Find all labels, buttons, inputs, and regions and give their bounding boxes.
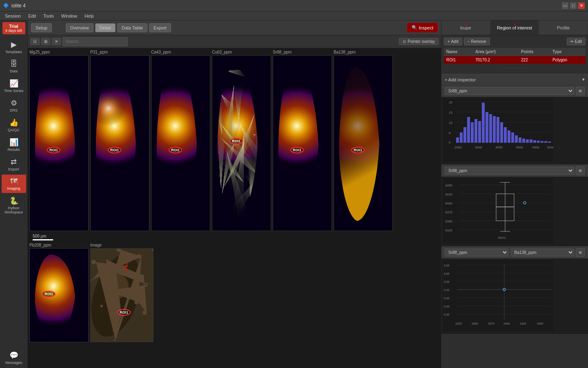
close-button[interactable]: ✕: [578, 2, 585, 9]
inspector-menu-btn-3[interactable]: ≡: [576, 248, 585, 257]
image-cell-p31: P31_ppm ROI1: [90, 50, 149, 231]
images-container: Mg25_ppm ROI1 P31_ppm ROI1: [28, 48, 441, 368]
python-icon: 🐍: [9, 196, 18, 205]
roi-edit-button[interactable]: ✏ Edit: [567, 38, 586, 45]
sr88-label: Sr88_ppm: [273, 50, 332, 54]
svg-text:3325: 3325: [455, 322, 462, 325]
sidebar-item-results[interactable]: 📊 Results: [2, 135, 26, 154]
sidebar-label-drs: DRS: [10, 108, 18, 112]
sidebar-item-qaqc[interactable]: 👍 QA/QC: [2, 116, 26, 135]
sidebar-item-messages[interactable]: 💬 Messages: [2, 348, 26, 367]
cu63-heatmap[interactable]: ROI1: [212, 55, 271, 231]
svg-rect-33: [541, 141, 543, 143]
svg-text:4000: 4000: [516, 146, 523, 149]
roi-remove-button[interactable]: − Remove: [464, 38, 490, 45]
svg-text:3375: 3375: [488, 322, 494, 325]
tab-loupe[interactable]: ↓ loupe: [441, 20, 490, 35]
pb208-label: Pb208_ppm: [29, 243, 89, 247]
ca43-roi-label[interactable]: ROI1: [169, 147, 182, 153]
ca43-label: Ca43_ppm: [151, 50, 210, 54]
roi-table: Name Area (μm²) Points Type ROI1 70170.2…: [444, 48, 586, 64]
search-input[interactable]: [62, 37, 128, 46]
roi-area: 70170.2: [473, 56, 519, 64]
table-row[interactable]: ROI1 70170.2 222 Polygon: [444, 56, 586, 64]
menu-tools[interactable]: Tools: [40, 13, 57, 19]
svg-rect-27: [519, 137, 521, 143]
detail-button[interactable]: Detail: [95, 23, 116, 32]
inspect-button[interactable]: 🔍 Inspect: [407, 23, 438, 32]
grid-btn[interactable]: ⊞: [41, 38, 50, 45]
inspector-select-2[interactable]: Sr88_ppm: [445, 167, 574, 175]
trial-label: Trial: [5, 24, 23, 29]
roi-add-button[interactable]: + Add: [444, 38, 462, 45]
setup-button[interactable]: Setup: [31, 23, 52, 32]
overview-button[interactable]: Overview: [66, 23, 94, 32]
sr88-roi-label[interactable]: ROI1: [290, 147, 304, 153]
sr88-heatmap[interactable]: ROI1: [273, 55, 332, 231]
export-toolbar-button[interactable]: Export: [149, 23, 171, 32]
image-cell-photo: Image ↓ ROI1: [90, 243, 154, 342]
add-inspector-bar[interactable]: + Add inspector ▾: [441, 74, 588, 85]
mg25-label: Mg25_ppm: [29, 50, 89, 54]
sidebar-item-imaging[interactable]: 🗺 Imaging: [2, 175, 26, 193]
maximize-button[interactable]: □: [570, 2, 577, 9]
add-inspector-button[interactable]: + Add inspector: [445, 77, 476, 82]
sidebar-item-timeseries[interactable]: 📈 Time Series: [2, 76, 26, 95]
app-icon: 🔷: [3, 3, 9, 8]
pointer-overlay-button[interactable]: ⊙ Pointer overlay: [399, 38, 439, 45]
menu-session[interactable]: Session: [2, 13, 24, 19]
sidebar-item-drs[interactable]: ⚙ DRS: [2, 96, 26, 115]
inspector-menu-btn-2[interactable]: ≡: [576, 166, 585, 175]
titlebar-controls[interactable]: — □ ✕: [562, 2, 585, 9]
sidebar-item-templates[interactable]: ▶ Templates: [2, 38, 26, 56]
pb208-roi-label[interactable]: ROI1: [42, 291, 56, 297]
roi-toolbar: + Add − Remove ✏ Edit: [444, 38, 586, 45]
tab-profile[interactable]: Profile: [539, 20, 588, 35]
menu-window[interactable]: Window: [58, 13, 80, 19]
tab-roi[interactable]: ↓ Region of interest: [490, 20, 539, 35]
ca43-heatmap[interactable]: ROI1: [151, 55, 210, 231]
inspector-select-3y[interactable]: Ba138_ppm: [511, 249, 575, 256]
image-cell-pb208: Pb208_ppm ROI1: [29, 243, 89, 342]
inspector-header-2: Sr88_ppm ≡: [441, 165, 588, 177]
minimize-button[interactable]: —: [562, 2, 568, 9]
p31-roi-label[interactable]: ROI1: [108, 147, 121, 153]
svg-text:ROI1: ROI1: [498, 236, 506, 240]
sidebar-item-export[interactable]: ⇄ Export: [2, 155, 26, 174]
svg-text:3500: 3500: [495, 146, 503, 149]
svg-rect-32: [537, 141, 540, 143]
svg-text:2500: 2500: [454, 146, 462, 149]
data-table-button[interactable]: Data Table: [117, 23, 147, 32]
mg25-roi-label[interactable]: ROI1: [47, 147, 60, 153]
svg-rect-11: [460, 132, 463, 143]
close-toolbar-btn[interactable]: ✕: [52, 38, 61, 45]
sidebar-item-data[interactable]: 🗄 Data: [2, 57, 26, 76]
ba138-roi-label[interactable]: ROI1: [351, 147, 365, 153]
pb208-heatmap[interactable]: ROI1: [29, 248, 89, 342]
p31-heatmap[interactable]: ROI1: [90, 55, 149, 231]
titlebar: 🔷 iolite 4 — □ ✕: [0, 0, 588, 11]
checkbox-btn[interactable]: ☑: [30, 38, 40, 45]
sidebar-item-python[interactable]: 🐍 Python Workspace: [2, 194, 26, 217]
inspector-select-1[interactable]: Sr88_ppm: [445, 87, 574, 95]
menu-help[interactable]: Help: [81, 13, 97, 19]
menu-edit[interactable]: Edit: [25, 13, 39, 19]
p31-label: P31_ppm: [90, 50, 149, 54]
svg-rect-25: [511, 132, 514, 143]
svg-text:3000: 3000: [475, 146, 482, 149]
svg-text:20: 20: [449, 101, 452, 104]
scale-line: [33, 239, 53, 240]
inspector-select-3x[interactable]: Sr88_ppm: [445, 249, 508, 256]
ba138-heatmap[interactable]: ROI1: [334, 55, 393, 231]
svg-text:5.45: 5.45: [444, 297, 450, 300]
main-toolbar: Setup Overview Detail Data Table Export …: [28, 20, 441, 35]
ba138-label: Ba138_ppm: [334, 50, 393, 54]
photo-heatmap[interactable]: ↓ ROI1: [90, 248, 154, 342]
mg25-heatmap[interactable]: ROI1: [29, 55, 89, 231]
inspector-menu-btn-1[interactable]: ≡: [576, 87, 585, 95]
roi-type: Polygon: [550, 56, 586, 64]
image-area: ☑ ⊞ ✕ ⊙ Pointer overlay Mg25_ppm: [28, 35, 441, 368]
sidebar-label-export: Export: [8, 167, 19, 171]
svg-text:3425: 3425: [445, 193, 452, 196]
menubar: Session Edit Tools Window Help: [0, 11, 588, 20]
